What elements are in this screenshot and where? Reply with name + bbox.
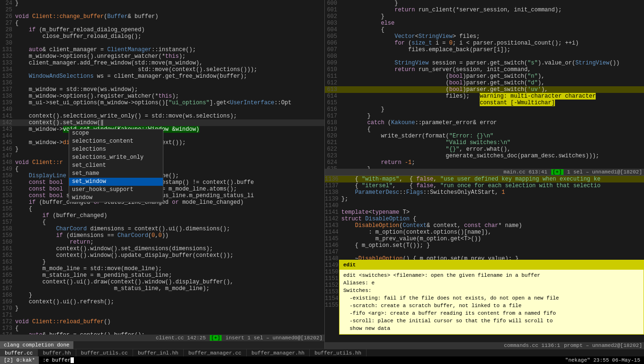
table-row: 605 Vector<StringView> files; [325,33,644,40]
tab-buffer-utils-hh[interactable]: buffer_utils.hh [310,349,367,356]
table-row: 608 [325,53,644,60]
right-top-badge: [+] [551,169,564,175]
table-row: 30 [0,40,324,46]
left-status-left: clang completion done [0,341,73,349]
table-row: 172void Client::reload_buffer() [0,318,324,325]
autocomplete-item-selected[interactable]: set_window [69,178,163,186]
table-row: 174 auto& buffer = context().buffer(); [0,332,324,335]
table-row: 1141template<typename T> [325,209,644,216]
tab-buffer-hh[interactable]: buffer.hh [38,349,76,356]
table-row: 611 (bool)parser.get_switch("n"), [325,73,644,80]
autocomplete-item[interactable]: selections_write_only [69,154,163,162]
table-row: 159 if (dimensions == CharCoord(0,0)) [0,232,324,239]
table-row: 166 context().ui().draw(context().window… [0,279,324,285]
table-row: 25 [0,7,324,13]
autocomplete-item[interactable]: set_client [69,162,163,170]
right-bottom-mode: prompt – unnamed2@[18202] [564,343,642,348]
left-pane: 24} 25 26void Client::change_buffer(Buff… [0,0,325,349]
table-row: 28 if (m_buffer_reload_dialog_opened) [0,27,324,33]
table-row: 140 [0,106,324,113]
autocomplete-item[interactable]: set_name [69,170,163,178]
table-row: 1144 : m_option(context.options()[name])… [325,229,644,236]
left-code-area[interactable]: 24} 25 26void Client::change_buffer(Buff… [0,0,324,335]
table-row: 625 } [325,166,644,169]
table-row: 1146 { m_option.set(T()); } [325,242,644,249]
table-row: 162 context().window().update_display_bu… [0,252,324,259]
tab-buffer-inl-hh[interactable]: buffer_inl.hh [133,349,184,356]
table-row: 26void Client::change_buffer(Buffer& buf… [0,13,324,20]
right-top-mode: 1 sel – unnamed1@[18202] [567,169,642,175]
autocomplete-item[interactable]: selections [69,146,163,154]
table-row: 132 m_window->options().unregister_watch… [0,53,324,60]
tab-buffer-manager-hh[interactable]: buffer_manager.hh [247,349,310,356]
table-row: 606 for (size_t i = 0; i < parser.positi… [325,40,644,46]
tab-buffer-manager-cc[interactable]: buffer_manager.cc [184,349,247,356]
table-row: 165 m_status_line = m_pending_status_lin… [0,272,324,279]
table-row: 155 { [0,206,324,212]
table-row: 156 if (buffer_changed) [0,212,324,219]
table-row: 164 m_mode_line = std::move(mode_line); [0,265,324,272]
table-row: 139 m_ui->set_ui_options(m_window->optio… [0,100,324,106]
table-row: 622 "{}", error.what(), [325,146,644,153]
bottom-command-area[interactable]: :e buffer [39,357,562,363]
table-row: 1145 m_prev_value(m_option.get<T>()) [325,236,644,242]
table-row: 167 m_status_line, m_mode_line); [0,285,324,292]
table-row: 137 m_window = std::move(ws.window); [0,86,324,93]
table-row: 173{ [0,325,324,332]
table-row: 609 StringView session = parser.get_swit… [325,60,644,66]
table-row: 157 { [0,219,324,226]
info-box-header: edit [340,260,644,270]
table-row: 27{ [0,20,324,27]
table-row: 1147 [325,249,644,255]
table-row: 160 return; [0,239,324,246]
bottom-status-bar: [2] 0:kak* :e buffer "nekage" 23:55 06-M… [0,356,644,364]
table-row: 618 catch (Kakoune::parameter_error& err… [325,119,644,126]
table-row: 133 client_manager.add_free_window(std::… [0,60,324,66]
left-filename: client.cc 142:25 [156,335,206,341]
table-row: 1136 { "with-maps", { false, "use user d… [325,176,644,182]
table-row: 142 context().set_window(| [0,119,324,126]
table-row: 24} [0,0,324,7]
right-top-pane: 600 } 601 return run_client(*server_sess… [325,0,644,175]
table-row: 614 files); warning: multi-character cha… [325,93,644,100]
table-row: 602 } [325,13,644,20]
left-mode: insert 1 sel – unnamed0@[18202] [225,335,322,341]
table-row: 1142struct DisableOption { [325,216,644,222]
table-row: 612 (bool)parser.get_switch("d"), [325,80,644,86]
tab-buffer-cc[interactable]: buffer.cc [0,349,38,356]
autocomplete-item[interactable]: selections_content [69,137,163,146]
table-row: 620 write_stderr(format("Error: {}\n" [325,133,644,139]
right-pane: 600 } 601 return run_client(*server_sess… [325,0,644,349]
autocomplete-item[interactable]: scope [69,129,163,137]
table-row: 615 constant [-Wmultichar] [325,100,644,106]
right-bottom-pane: 1136 { "with-maps", { false, "use user d… [325,175,644,349]
info-box: edit edit <switches> <filename>: open th… [339,260,644,335]
table-row: 141 context().selections_write_only() = … [0,113,324,119]
autocomplete-item[interactable]: user_hooks_support [69,186,163,194]
table-row: 168 } [0,292,324,299]
autocomplete-item[interactable]: window [69,194,163,202]
table-row: 135 WindowAndSelections ws = client_mana… [0,73,324,80]
table-row: 171 [0,312,324,318]
right-bottom-pane-status: commands.cc 1136:1 prompt – unnamed2@[18… [325,342,644,349]
right-top-code-area[interactable]: 600 } 601 return run_client(*server_sess… [325,0,644,169]
table-row: 1140 [325,202,644,209]
table-row: 163 } [0,259,324,265]
bottom-right-info: "nekage" 23:55 06-May-15 [562,357,644,363]
left-badge: [+] [210,335,222,341]
table-row: 621 "Valid switches:\n" [325,139,644,146]
table-row: 610 return run_server(session, init_comm… [325,66,644,73]
autocomplete-popup[interactable]: scope selections_content selections sele… [69,129,163,202]
table-row: 1139}; [325,196,644,202]
tab-bar: buffer.cc buffer.hh buffer_utils.cc buff… [0,349,644,356]
right-bottom-filename: commands.cc 1136:1 [504,343,560,348]
table-row: 1137 { "itersel", { false, "run once for… [325,182,644,189]
table-row: 158 CharCoord dimensions = context().ui(… [0,226,324,232]
table-row: 613 (bool)parser.get_switch('uv'), [325,86,644,93]
tab-buffer-utils-cc[interactable]: buffer_utils.cc [76,349,133,356]
bottom-mode-indicator: [2] 0:kak* [0,356,39,364]
table-row: 169 context().ui().refresh(); [0,299,324,305]
table-row: 619 { [325,126,644,133]
right-bottom-code-area[interactable]: 1136 { "with-maps", { false, "use user d… [325,176,644,342]
left-pane-status: client.cc 142:25 [+] insert 1 sel – unna… [0,335,324,341]
